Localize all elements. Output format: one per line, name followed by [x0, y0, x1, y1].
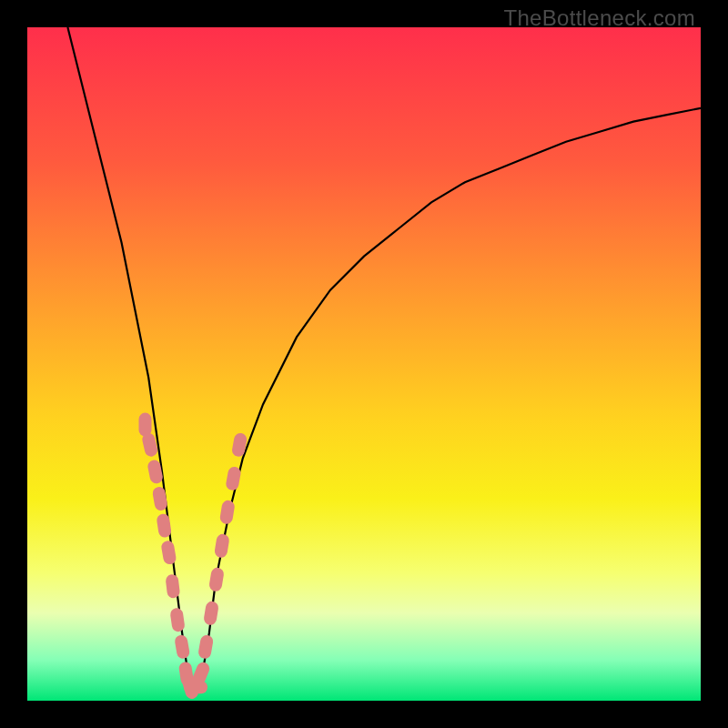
curve-layer — [27, 27, 701, 701]
marker-capsule — [174, 634, 190, 660]
marker-capsule — [197, 634, 214, 660]
marker-capsule — [219, 500, 236, 525]
sample-markers — [139, 413, 248, 701]
plot-frame — [27, 27, 701, 701]
marker-capsule — [225, 466, 241, 491]
marker-capsule — [208, 567, 225, 592]
marker-capsule — [203, 601, 219, 626]
marker-capsule — [214, 533, 230, 559]
marker-capsule — [165, 573, 180, 598]
marker-capsule — [156, 513, 172, 539]
marker-capsule — [169, 607, 185, 632]
marker-capsule — [152, 486, 168, 511]
marker-capsule — [160, 540, 177, 565]
bottleneck-curve — [67, 27, 701, 687]
marker-capsule — [139, 413, 152, 437]
